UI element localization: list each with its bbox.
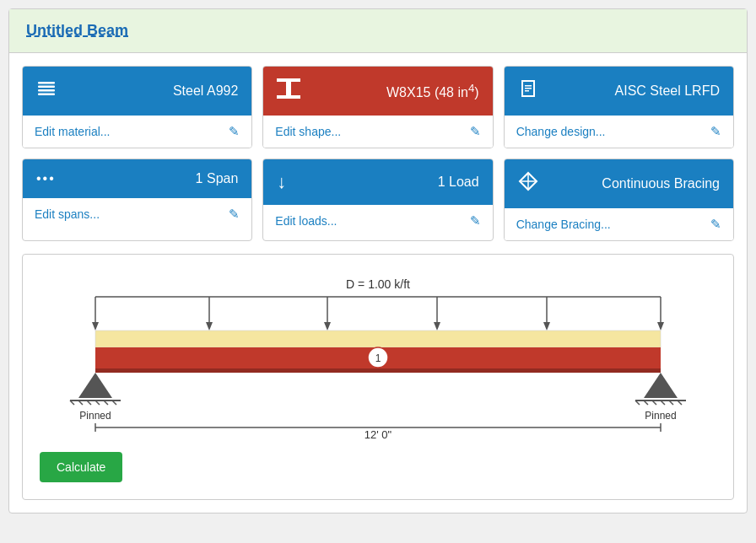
edit-bracing-icon[interactable]: ✎ bbox=[710, 217, 721, 232]
svg-marker-16 bbox=[434, 322, 440, 331]
shape-icon bbox=[277, 78, 300, 104]
svg-rect-3 bbox=[38, 94, 55, 96]
change-bracing-link[interactable]: Change Bracing... bbox=[516, 218, 611, 231]
spans-card-footer: Edit spans... ✎ bbox=[23, 198, 251, 230]
design-card-header: AISC Steel LRFD bbox=[505, 67, 733, 116]
shape-card-header: W8X15 (48 in4) bbox=[263, 67, 492, 116]
spans-card: ••• 1 Span Edit spans... ✎ bbox=[22, 159, 252, 241]
edit-material-icon[interactable]: ✎ bbox=[229, 124, 240, 139]
cards-grid: Steel A992 Edit material... ✎ W8X15 (48 … bbox=[9, 53, 747, 254]
bracing-card-header: Continuous Bracing bbox=[505, 159, 733, 208]
shape-card: W8X15 (48 in4) Edit shape... ✎ bbox=[262, 66, 493, 148]
material-value: Steel A992 bbox=[173, 83, 238, 99]
design-icon bbox=[518, 78, 538, 104]
material-icon bbox=[36, 78, 57, 104]
bracing-value: Continuous Bracing bbox=[602, 176, 720, 191]
loads-card: ↓ 1 Load Edit loads... ✎ bbox=[262, 159, 493, 241]
diagram-section: D = 1.00 k/ft 1 bbox=[22, 254, 734, 500]
svg-rect-22 bbox=[95, 331, 661, 347]
bracing-card-footer: Change Bracing... ✎ bbox=[505, 208, 733, 240]
bracing-icon bbox=[518, 171, 538, 196]
svg-marker-20 bbox=[657, 322, 664, 331]
svg-marker-14 bbox=[324, 322, 331, 331]
loads-card-footer: Edit loads... ✎ bbox=[263, 205, 492, 237]
edit-spans-link[interactable]: Edit spans... bbox=[35, 207, 100, 221]
design-card: AISC Steel LRFD Change design... ✎ bbox=[504, 66, 734, 148]
material-card: Steel A992 Edit material... ✎ bbox=[22, 66, 252, 148]
edit-loads-icon[interactable]: ✎ bbox=[470, 213, 481, 228]
load-label: D = 1.00 k/ft bbox=[346, 277, 410, 291]
material-card-header: Steel A992 bbox=[23, 67, 251, 116]
loads-value: 1 Load bbox=[438, 175, 479, 190]
edit-design-icon[interactable]: ✎ bbox=[710, 124, 721, 139]
header: Untitled Beam bbox=[9, 9, 747, 53]
material-card-footer: Edit material... ✎ bbox=[23, 116, 251, 148]
svg-marker-26 bbox=[78, 373, 112, 398]
change-design-link[interactable]: Change design... bbox=[516, 125, 606, 138]
span-label: 12' 0" bbox=[364, 428, 392, 440]
svg-rect-2 bbox=[38, 89, 55, 92]
beam-diagram: D = 1.00 k/ft 1 bbox=[40, 272, 716, 440]
spans-card-header: ••• 1 Span bbox=[23, 159, 251, 198]
loads-card-header: ↓ 1 Load bbox=[263, 159, 492, 205]
svg-marker-34 bbox=[644, 373, 678, 398]
calculate-button[interactable]: Calculate bbox=[40, 452, 122, 482]
app-container: Untitled Beam Steel A992 Edit material..… bbox=[8, 8, 748, 513]
shape-value: W8X15 (48 in4) bbox=[386, 82, 479, 100]
right-support-label: Pinned bbox=[645, 410, 676, 422]
svg-rect-24 bbox=[95, 368, 661, 373]
edit-shape-link[interactable]: Edit shape... bbox=[275, 125, 341, 138]
svg-rect-1 bbox=[38, 86, 55, 89]
left-support-label: Pinned bbox=[79, 410, 111, 422]
svg-marker-18 bbox=[543, 322, 550, 331]
edit-loads-link[interactable]: Edit loads... bbox=[275, 214, 337, 228]
spans-icon: ••• bbox=[36, 171, 56, 186]
svg-rect-4 bbox=[277, 78, 300, 82]
svg-marker-10 bbox=[92, 322, 99, 331]
segment-number: 1 bbox=[375, 352, 381, 364]
design-card-footer: Change design... ✎ bbox=[505, 116, 733, 148]
edit-material-link[interactable]: Edit material... bbox=[35, 125, 110, 138]
svg-rect-6 bbox=[277, 95, 300, 99]
design-value: AISC Steel LRFD bbox=[615, 83, 720, 99]
svg-rect-0 bbox=[38, 82, 55, 84]
beam-title[interactable]: Untitled Beam bbox=[26, 22, 128, 39]
loads-icon: ↓ bbox=[277, 171, 286, 193]
bracing-card: Continuous Bracing Change Bracing... ✎ bbox=[504, 159, 734, 241]
spans-value: 1 Span bbox=[196, 171, 239, 186]
svg-marker-12 bbox=[206, 322, 213, 331]
svg-rect-5 bbox=[286, 82, 291, 95]
edit-shape-icon[interactable]: ✎ bbox=[470, 124, 481, 139]
edit-spans-icon[interactable]: ✎ bbox=[229, 207, 240, 222]
shape-card-footer: Edit shape... ✎ bbox=[263, 116, 492, 148]
